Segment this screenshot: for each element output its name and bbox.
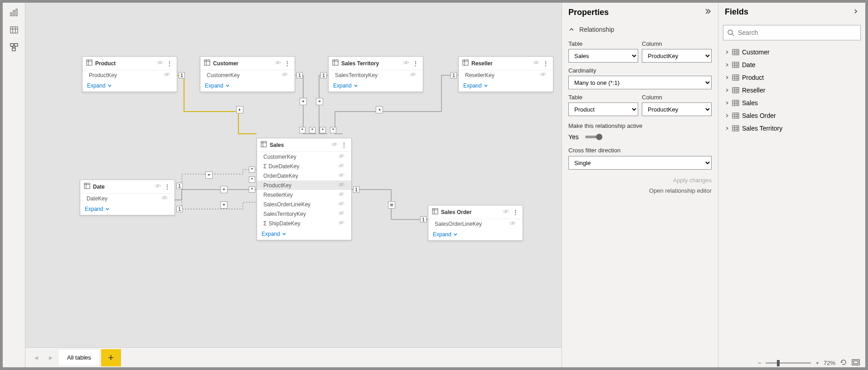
data-view-icon[interactable]: [10, 25, 19, 34]
table-card-territory[interactable]: Sales Territory⋮SalesTerritoryKeyExpand: [328, 56, 423, 92]
page-tab[interactable]: All tables: [59, 350, 99, 365]
cross-select[interactable]: Single: [568, 156, 712, 170]
expand-link[interactable]: Expand: [329, 80, 423, 92]
prev-page-button[interactable]: ◂: [30, 351, 43, 364]
field-row[interactable]: CustomerKey: [257, 152, 351, 161]
active-toggle[interactable]: [585, 136, 601, 138]
field-table-item[interactable]: Date: [723, 58, 861, 71]
field-row[interactable]: OrderDateKey: [257, 171, 351, 180]
field-table-item[interactable]: Sales Territory: [723, 122, 861, 135]
zoom-out[interactable]: −: [758, 360, 761, 366]
table-card-sales[interactable]: Sales⋮CustomerKeyΣDueDateKeyOrderDateKey…: [257, 138, 352, 240]
more-icon[interactable]: ⋮: [284, 60, 291, 67]
more-icon[interactable]: ⋮: [341, 141, 348, 149]
visibility-icon[interactable]: [154, 183, 161, 190]
field-table-item[interactable]: Sales: [723, 97, 861, 109]
model-canvas[interactable]: 1 1 1 1 1 1 1 1 * * * * * * * Product⋮Pr…: [25, 3, 562, 347]
cardinality-many: *: [249, 166, 255, 173]
more-icon[interactable]: ⋮: [412, 60, 419, 67]
table2-select[interactable]: Product: [568, 102, 638, 116]
add-page-button[interactable]: +: [101, 349, 121, 366]
table-card-customer[interactable]: Customer⋮CustomerKeyExpand: [200, 56, 295, 92]
more-icon[interactable]: ⋮: [543, 60, 549, 67]
field-table-item[interactable]: Customer: [723, 46, 861, 58]
fit-page-icon[interactable]: [852, 359, 860, 367]
visibility-icon[interactable]: [509, 220, 516, 227]
visibility-icon[interactable]: [161, 195, 168, 202]
table1-select[interactable]: Sales: [568, 49, 638, 63]
filter-direction-icon[interactable]: [376, 106, 383, 113]
visibility-icon[interactable]: [338, 220, 345, 227]
visibility-icon[interactable]: [409, 72, 417, 78]
visibility-icon[interactable]: [274, 60, 281, 67]
filter-direction-icon[interactable]: [220, 201, 228, 209]
visibility-icon[interactable]: [338, 182, 345, 189]
field-row[interactable]: ΣShipDateKey: [257, 219, 351, 228]
visibility-icon[interactable]: [281, 72, 288, 78]
table-card-salesorder[interactable]: Sales Order⋮SalesOrderLineKeyExpand: [428, 205, 523, 241]
collapse-icon[interactable]: [703, 7, 712, 18]
zoom-slider[interactable]: [766, 362, 811, 364]
field-row[interactable]: SalesOrderLineKey: [257, 200, 351, 209]
visibility-icon[interactable]: [163, 72, 170, 78]
chevron-right-icon[interactable]: [853, 7, 859, 17]
visibility-icon[interactable]: [533, 60, 540, 67]
zoom-in[interactable]: +: [815, 360, 819, 366]
field-row[interactable]: ProductKey: [82, 70, 177, 80]
visibility-icon[interactable]: [402, 60, 410, 67]
open-editor-link[interactable]: Open relationship editor: [568, 185, 712, 196]
section-relationship[interactable]: Relationship: [562, 22, 718, 37]
more-icon[interactable]: ⋮: [512, 209, 519, 216]
visibility-icon[interactable]: [338, 163, 345, 170]
next-page-button[interactable]: ▸: [44, 351, 57, 364]
field-table-item[interactable]: Sales Order: [723, 109, 861, 122]
visibility-icon[interactable]: [331, 141, 338, 148]
column1-select[interactable]: ProductKey: [642, 49, 712, 63]
field-row[interactable]: DateKey: [80, 194, 175, 203]
model-view-icon[interactable]: [10, 43, 19, 52]
search-box[interactable]: [723, 25, 861, 40]
more-icon[interactable]: ⋮: [166, 60, 173, 67]
field-row[interactable]: ResellerKey: [459, 70, 553, 80]
table-card-product[interactable]: Product⋮ProductKeyExpand: [82, 56, 177, 92]
field-row[interactable]: ΣDueDateKey: [257, 161, 351, 171]
table-card-date[interactable]: Date⋮DateKeyExpand: [80, 180, 175, 215]
filter-direction-icon[interactable]: [316, 98, 323, 105]
search-input[interactable]: [738, 29, 857, 36]
reset-zoom-icon[interactable]: [840, 359, 847, 367]
visibility-icon[interactable]: [539, 72, 547, 78]
visibility-icon[interactable]: [338, 201, 345, 208]
expand-link[interactable]: Expand: [257, 228, 351, 240]
filter-direction-icon[interactable]: [205, 171, 213, 179]
column2-select[interactable]: ProductKey: [642, 102, 712, 116]
filter-direction-icon[interactable]: [388, 201, 395, 209]
expand-link[interactable]: Expand: [459, 80, 553, 92]
visibility-icon[interactable]: [338, 153, 345, 160]
filter-direction-icon[interactable]: [220, 186, 228, 193]
field-row[interactable]: ProductKey: [257, 180, 351, 190]
visibility-icon[interactable]: [502, 209, 509, 215]
expand-link[interactable]: Expand: [200, 80, 295, 92]
cardinality-select[interactable]: Many to one (*:1): [568, 76, 712, 89]
field-table-item[interactable]: Reseller: [723, 84, 861, 97]
field-row[interactable]: SalesTerritoryKey: [329, 70, 423, 80]
table-card-reseller[interactable]: Reseller⋮ResellerKeyExpand: [458, 56, 553, 92]
expand-link[interactable]: Expand: [82, 80, 177, 92]
filter-direction-icon[interactable]: [236, 106, 243, 113]
field-row[interactable]: SalesTerritoryKey: [257, 209, 351, 219]
expand-link[interactable]: Expand: [80, 203, 175, 215]
cardinality-one: 1: [420, 216, 427, 223]
field-row[interactable]: CustomerKey: [200, 70, 295, 80]
field-table-item[interactable]: Product: [723, 71, 861, 84]
expand-link[interactable]: Expand: [428, 229, 523, 240]
field-row[interactable]: ResellerKey: [257, 190, 351, 200]
visibility-icon[interactable]: [156, 60, 164, 67]
visibility-icon[interactable]: [338, 191, 345, 198]
report-view-icon[interactable]: [10, 8, 19, 17]
field-row[interactable]: SalesOrderLineKey: [428, 219, 523, 229]
apply-changes-link[interactable]: Apply changes: [568, 175, 712, 185]
more-icon[interactable]: ⋮: [164, 183, 171, 190]
filter-direction-icon[interactable]: [300, 98, 307, 105]
visibility-icon[interactable]: [338, 172, 345, 179]
visibility-icon[interactable]: [338, 210, 345, 217]
